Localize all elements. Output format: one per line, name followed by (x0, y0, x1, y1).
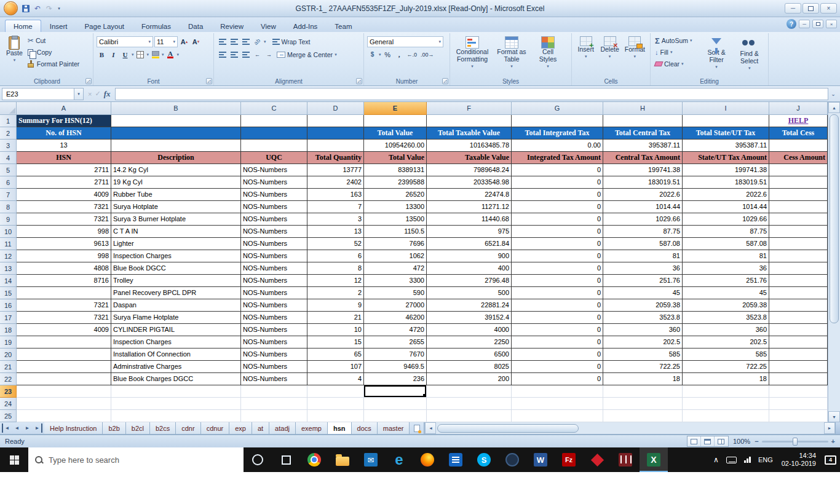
cell-B16[interactable]: Daspan (111, 299, 241, 312)
cell-C13[interactable]: NOS-Numbers (241, 262, 307, 275)
cell-C9[interactable]: NOS-Numbers (241, 213, 307, 226)
cell-J10[interactable] (769, 226, 828, 238)
column-header-F[interactable]: F (427, 102, 512, 115)
column-header-I[interactable]: I (683, 102, 769, 115)
cell-D8[interactable]: 7 (307, 201, 364, 213)
cell-F16[interactable]: 22881.24 (427, 299, 512, 312)
borders-button[interactable] (135, 49, 146, 60)
cell-D5[interactable]: 13777 (307, 164, 364, 176)
cell-C21[interactable]: NOS-Numbers (241, 361, 307, 373)
cell-E25[interactable] (364, 410, 427, 422)
cell-H25[interactable] (603, 410, 683, 422)
cell-I20[interactable]: 585 (683, 348, 769, 361)
tab-split-handle[interactable] (835, 422, 840, 434)
cell-A3[interactable]: 13 (17, 140, 111, 152)
cell-A7[interactable]: 4009 (17, 189, 111, 201)
cell-J4[interactable]: Cess Amount (769, 152, 828, 164)
cell-F6[interactable]: 2033548.98 (427, 176, 512, 189)
cell-J6[interactable] (769, 176, 828, 189)
cell-H11[interactable]: 587.08 (603, 238, 683, 250)
cell-C20[interactable]: NOS-Numbers (241, 348, 307, 361)
cell-C8[interactable]: NOS-Numbers (241, 201, 307, 213)
cell-A25[interactable] (17, 410, 111, 422)
copy-button[interactable]: Copy (26, 47, 81, 58)
zoom-slider[interactable]: − + (755, 438, 835, 445)
autosum-button[interactable]: ΣAutoSum▾ (654, 35, 699, 46)
cell-F2[interactable]: Total Taxable Value (427, 127, 512, 140)
taskbar-excel-icon[interactable] (640, 447, 668, 472)
cell-A6[interactable]: 2711 (17, 176, 111, 189)
cell-A18[interactable]: 4009 (17, 324, 111, 336)
number-dialog-launcher[interactable]: ◿ (442, 78, 448, 84)
clock[interactable]: 14:34 02-10-2019 (777, 452, 821, 468)
cell-E14[interactable]: 3300 (364, 275, 427, 287)
decrease-decimal-button[interactable]: .00→ (419, 49, 435, 60)
cell-E17[interactable]: 46200 (364, 312, 427, 324)
tab-home[interactable]: Home (5, 20, 41, 32)
cell-E3[interactable]: 10954260.00 (364, 140, 427, 152)
cell-I13[interactable]: 36 (683, 262, 769, 275)
page-break-view-button[interactable] (715, 436, 728, 446)
qat-customize-button[interactable]: ▾ (55, 3, 63, 14)
cell-H13[interactable]: 36 (603, 262, 683, 275)
cell-A1[interactable]: Summary For HSN(12) (17, 115, 111, 127)
cell-C15[interactable]: NOS-Numbers (241, 287, 307, 299)
cell-A10[interactable]: 998 (17, 226, 111, 238)
cell-B4[interactable]: Description (111, 152, 241, 164)
cell-J24[interactable] (769, 398, 828, 410)
tab-page-layout[interactable]: Page Layout (76, 20, 133, 32)
increase-decimal-button[interactable]: ←.0 (406, 49, 419, 60)
cell-H12[interactable]: 81 (603, 250, 683, 262)
cell-E13[interactable]: 472 (364, 262, 427, 275)
cell-C6[interactable]: NOS-Numbers (241, 176, 307, 189)
cell-J18[interactable] (769, 324, 828, 336)
cell-A4[interactable]: HSN (17, 152, 111, 164)
cell-F22[interactable]: 200 (427, 373, 512, 385)
sheet-tab-atadj[interactable]: atadj (269, 422, 296, 434)
cell-H19[interactable]: 202.5 (603, 336, 683, 348)
cell-G6[interactable]: 0 (512, 176, 603, 189)
cell-D18[interactable]: 10 (307, 324, 364, 336)
cell-B17[interactable]: Surya Flame Hotplate (111, 312, 241, 324)
vertical-scrollbar[interactable]: ▲ ▼ (828, 102, 840, 422)
cell-A23[interactable] (17, 385, 111, 398)
row-header-17[interactable]: 17 (0, 312, 17, 324)
cell-J21[interactable] (769, 361, 828, 373)
cell-I1[interactable] (683, 115, 769, 127)
cell-B11[interactable]: Lighter (111, 238, 241, 250)
taskbar-task-view-icon[interactable] (272, 447, 300, 472)
cell-G4[interactable]: Integrated Tax Amount (512, 152, 603, 164)
cell-F21[interactable]: 8025 (427, 361, 512, 373)
cell-G15[interactable]: 0 (512, 287, 603, 299)
taskbar-cortana-icon[interactable] (244, 447, 272, 472)
normal-view-button[interactable] (687, 436, 701, 446)
cell-H17[interactable]: 3523.8 (603, 312, 683, 324)
horizontal-scroll-thumb[interactable] (437, 424, 579, 433)
cell-B5[interactable]: 14.2 Kg Cyl (111, 164, 241, 176)
undo-button[interactable]: ↶ (32, 3, 43, 14)
font-dialog-launcher[interactable]: ◿ (206, 78, 212, 84)
taskbar-skype-icon[interactable] (470, 447, 498, 472)
cell-A9[interactable]: 7321 (17, 213, 111, 226)
cell-D6[interactable]: 2402 (307, 176, 364, 189)
network-icon[interactable] (740, 447, 755, 472)
cell-F19[interactable]: 2250 (427, 336, 512, 348)
row-header-2[interactable]: 2 (0, 127, 17, 140)
taskbar-word-icon[interactable] (526, 447, 555, 472)
cell-J19[interactable] (769, 336, 828, 348)
cell-A19[interactable] (17, 336, 111, 348)
redo-button[interactable]: ↷ (44, 3, 55, 14)
decrease-font-size-button[interactable]: A▾ (191, 36, 201, 47)
cell-B24[interactable] (111, 398, 241, 410)
cell-A5[interactable]: 2711 (17, 164, 111, 176)
cell-F20[interactable]: 6500 (427, 348, 512, 361)
accounting-dropdown-arrow[interactable]: ▾ (379, 52, 381, 57)
cell-H21[interactable]: 722.25 (603, 361, 683, 373)
cell-J11[interactable] (769, 238, 828, 250)
row-header-24[interactable]: 24 (0, 398, 17, 410)
cell-J22[interactable] (769, 373, 828, 385)
sheet-tab-at[interactable]: at (252, 422, 269, 434)
cell-B15[interactable]: Panel Recovery BPCL DPR (111, 287, 241, 299)
cell-J15[interactable] (769, 287, 828, 299)
cell-J5[interactable] (769, 164, 828, 176)
